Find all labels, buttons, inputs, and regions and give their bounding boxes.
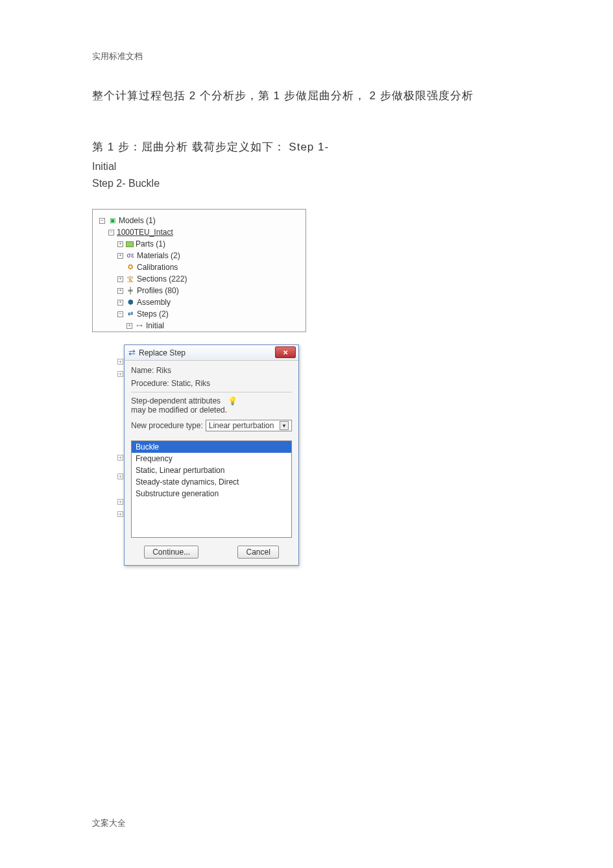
- attr-line2: may be modified or deleted.: [131, 405, 292, 415]
- expand-icon[interactable]: +: [117, 359, 123, 365]
- procedure-options-list[interactable]: Buckle Frequency Static, Linear perturba…: [131, 440, 292, 538]
- tree-parts-label: Parts (1): [136, 239, 165, 248]
- lightbulb-icon[interactable]: 💡: [228, 396, 237, 405]
- assembly-icon: ⬢: [126, 298, 135, 306]
- close-button[interactable]: ✕: [275, 346, 296, 358]
- tree-initial-label: Initial: [146, 321, 164, 330]
- expand-icon[interactable]: +: [126, 323, 132, 329]
- model-tree-panel: − ▣ Models (1) − 1000TEU_Intact + Parts …: [92, 209, 306, 332]
- sections-icon: 宝: [126, 275, 135, 283]
- tree-steps-label: Steps (2): [137, 309, 169, 319]
- continue-button[interactable]: Continue...: [144, 546, 198, 559]
- paragraph-step2-buckle: Step 2- Buckle: [92, 178, 521, 189]
- paragraph-overview: 整个计算过程包括 2 个分析步，第 1 步做屈曲分析， 2 步做极限强度分析: [92, 88, 521, 103]
- initial-step-icon: ⊶: [135, 322, 144, 330]
- option-substructure-generation[interactable]: Substructure generation: [132, 488, 291, 500]
- tree-steps[interactable]: − ⇄ Steps (2): [99, 308, 306, 320]
- name-label: Name:: [131, 366, 154, 375]
- steps-icon: ⇄: [126, 310, 135, 318]
- new-procedure-select[interactable]: Linear perturbation ▼: [206, 420, 292, 431]
- collapse-icon[interactable]: −: [99, 218, 105, 224]
- tree-calibrations-label: Calibrations: [137, 263, 178, 272]
- tree-materials[interactable]: + σε Materials (2): [99, 250, 306, 261]
- expand-icon[interactable]: +: [117, 241, 123, 247]
- collapse-icon[interactable]: −: [117, 311, 123, 317]
- dialog-button-row: Continue... Cancel: [125, 538, 298, 565]
- dialog-title-text: Replace Step: [139, 348, 186, 357]
- procedure-label: Procedure:: [131, 379, 169, 388]
- tree-sections-label: Sections (222): [137, 274, 187, 283]
- tree-profiles-label: Profiles (80): [137, 286, 179, 295]
- new-procedure-row: New procedure type: Linear perturbation …: [131, 420, 292, 431]
- attr-line1: Step-dependent attributes: [131, 396, 221, 405]
- tree-initial[interactable]: + ⊶ Initial: [99, 320, 306, 332]
- tree-models-label: Models (1): [119, 216, 156, 225]
- replace-step-icon: ⇄: [128, 348, 136, 357]
- replace-step-dialog: ⇄ Replace Step ✕ Name: Riks Procedure: S…: [124, 344, 299, 566]
- expand-icon[interactable]: +: [117, 455, 123, 461]
- dialog-titlebar[interactable]: ⇄ Replace Step ✕: [125, 345, 298, 361]
- tree-assembly[interactable]: + ⬢ Assembly: [99, 296, 306, 308]
- expand-icon[interactable]: +: [117, 499, 123, 505]
- tree-materials-label: Materials (2): [137, 251, 180, 260]
- tree-model-name-label: 1000TEU_Intact: [117, 228, 173, 237]
- tree-parts[interactable]: + Parts (1): [99, 238, 306, 250]
- expand-icon[interactable]: +: [117, 300, 123, 306]
- attributes-note: Step-dependent attributes 💡: [131, 396, 292, 405]
- option-static-linear-perturbation[interactable]: Static, Linear perturbation: [132, 464, 291, 476]
- tree-models[interactable]: − ▣ Models (1): [99, 215, 306, 226]
- cancel-button[interactable]: Cancel: [237, 546, 278, 559]
- tree-model-name[interactable]: − 1000TEU_Intact: [99, 226, 306, 238]
- expand-icon[interactable]: +: [117, 276, 123, 282]
- materials-icon: σε: [126, 252, 135, 259]
- expand-icon[interactable]: +: [117, 288, 123, 294]
- step-name-row: Name: Riks: [131, 366, 292, 375]
- tree-sections[interactable]: + 宝 Sections (222): [99, 273, 306, 285]
- new-procedure-label: New procedure type:: [131, 421, 203, 430]
- dialog-body: Name: Riks Procedure: Static, Riks Step-…: [125, 361, 298, 437]
- dropdown-arrow-icon[interactable]: ▼: [280, 421, 289, 430]
- procedure-value: Static, Riks: [171, 379, 210, 388]
- tree-profiles[interactable]: + ╪ Profiles (80): [99, 285, 306, 296]
- step-procedure-row: Procedure: Static, Riks: [131, 379, 292, 388]
- models-icon: ▣: [108, 217, 117, 224]
- doc-footer: 文案大全: [92, 817, 126, 829]
- expand-icon[interactable]: +: [117, 474, 123, 479]
- option-steady-state-dynamics[interactable]: Steady-state dynamics, Direct: [132, 476, 291, 488]
- option-buckle[interactable]: Buckle: [132, 441, 291, 453]
- tree-side-handles: + + + + + +: [117, 359, 123, 524]
- calibrations-icon: ✪: [126, 263, 135, 271]
- paragraph-initial: Initial: [92, 161, 521, 173]
- option-frequency[interactable]: Frequency: [132, 453, 291, 464]
- parts-icon: [126, 241, 134, 247]
- new-procedure-value: Linear perturbation: [209, 421, 274, 430]
- collapse-icon[interactable]: −: [108, 230, 114, 235]
- expand-icon[interactable]: +: [117, 253, 123, 259]
- model-tree: − ▣ Models (1) − 1000TEU_Intact + Parts …: [93, 215, 306, 332]
- paragraph-step1-def: 第 1 步：屈曲分析 载荷步定义如下： Step 1-: [92, 139, 521, 154]
- expand-icon[interactable]: +: [117, 371, 123, 377]
- doc-header: 实用标准文档: [92, 51, 521, 62]
- tree-calibrations[interactable]: ✪ Calibrations: [99, 261, 306, 273]
- name-value: Riks: [156, 366, 171, 375]
- profiles-icon: ╪: [126, 287, 135, 295]
- divider: [131, 392, 292, 392]
- tree-assembly-label: Assembly: [137, 298, 171, 307]
- expand-icon[interactable]: +: [117, 511, 123, 517]
